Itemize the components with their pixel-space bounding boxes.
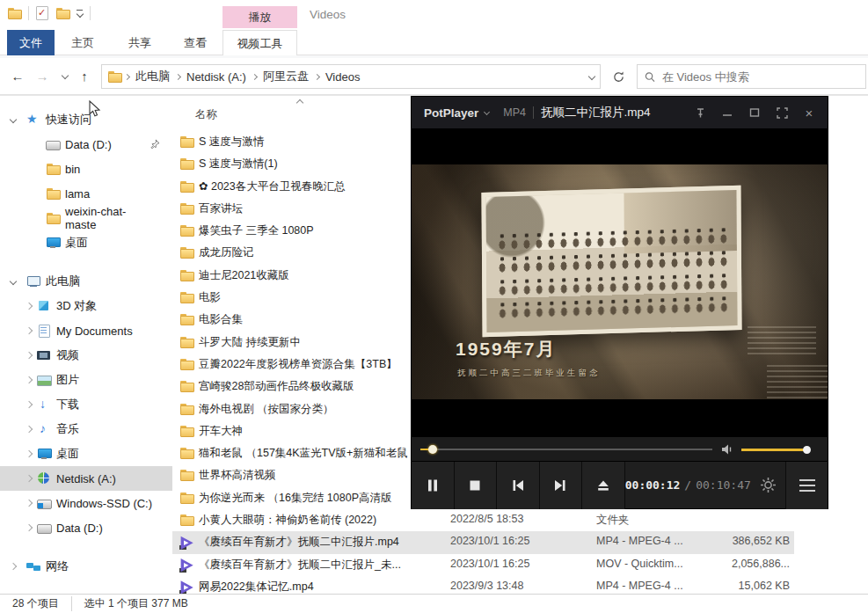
back-button[interactable]: ←	[7, 65, 28, 86]
collapse-chevron-icon[interactable]	[10, 563, 17, 570]
address-bar[interactable]: 此电脑 Netdisk (A:) 阿里云盘 Videos	[101, 64, 601, 89]
stop-button[interactable]	[455, 462, 498, 509]
tab-video-tools[interactable]: 视频工具	[222, 30, 297, 56]
file-size: 2,056,886...	[652, 558, 790, 570]
collapse-chevron-icon[interactable]	[26, 450, 33, 457]
recent-locations-chevron-icon[interactable]	[55, 65, 76, 86]
window-title: Videos	[310, 8, 346, 21]
forward-button[interactable]: →	[32, 65, 53, 86]
volume-slider[interactable]	[741, 449, 807, 451]
fullscreen-button[interactable]	[772, 104, 791, 121]
settings-gear-icon[interactable]	[751, 462, 786, 508]
column-header-name[interactable]: 名称	[195, 107, 217, 122]
file-name: 海外电视剧 （按国家分类）	[199, 402, 333, 417]
sidebar-item[interactable]: 下载	[0, 392, 172, 417]
breadcrumb-segment[interactable]: Netdisk (A:)	[182, 70, 251, 84]
sidebar-item[interactable]: Data (D:)	[0, 515, 172, 540]
sidebar-item-label: weixin-chat-maste	[65, 205, 145, 231]
sidebar-item[interactable]: 桌面	[0, 442, 172, 466]
maximize-button[interactable]	[745, 104, 764, 121]
sidebar-item[interactable]: weixin-chat-maste	[0, 206, 172, 230]
sidebar-item[interactable]: My Documents	[0, 318, 172, 343]
tab-file[interactable]: 文件	[7, 30, 55, 55]
potplayer-titlebar[interactable]: PotPlayer MP4 抚顺二中汇报片.mp4 ×	[412, 97, 828, 128]
close-button[interactable]: ×	[799, 104, 819, 121]
sidebar-item-label: Data (D:)	[56, 522, 103, 535]
potplayer-menu[interactable]: PotPlayer	[424, 106, 478, 120]
breadcrumb-segment[interactable]: Videos	[321, 70, 365, 84]
sidebar-item[interactable]: Data (D:)	[0, 132, 172, 157]
sidebar-item[interactable]: 3D 对象	[0, 294, 172, 318]
sidebar-section-this-pc[interactable]: 此电脑	[0, 269, 172, 294]
expand-chevron-icon[interactable]	[10, 116, 17, 123]
sidebar-item-label: Netdisk (A:)	[56, 472, 116, 485]
breadcrumb-segment[interactable]: 此电脑	[131, 69, 174, 84]
video-tools-play-tab[interactable]: 播放	[222, 6, 297, 28]
tab-share[interactable]: 共享	[117, 30, 163, 55]
breadcrumb-separator-icon	[175, 73, 181, 79]
always-on-top-pin-icon[interactable]	[690, 104, 710, 121]
new-folder-icon[interactable]	[55, 6, 69, 20]
search-box[interactable]	[637, 64, 866, 89]
sidebar-section-network[interactable]: 网络	[0, 554, 172, 579]
tab-home[interactable]: 主页	[60, 30, 106, 55]
volume-handle[interactable]	[803, 446, 811, 454]
collapse-chevron-icon[interactable]	[26, 426, 33, 433]
collapse-chevron-icon[interactable]	[26, 475, 33, 482]
eject-button[interactable]	[582, 462, 625, 509]
minimize-button[interactable]	[718, 104, 737, 121]
volume-icon[interactable]	[721, 443, 735, 458]
file-date-modified: 2022/8/5 18:53	[450, 513, 523, 525]
file-row[interactable]: 小黄人大眼萌：神偷奶爸前传 (2022) 2022/8/5 18:53 文件夹	[172, 509, 794, 531]
collapse-chevron-icon[interactable]	[26, 401, 33, 408]
sort-ascending-icon[interactable]	[296, 99, 303, 106]
collapse-chevron-icon[interactable]	[26, 303, 33, 310]
sidebar-item[interactable]: 音乐	[0, 417, 172, 442]
seek-handle[interactable]	[428, 445, 437, 454]
address-row: ← → ↑ 此电脑 Netdisk (A:) 阿里云盘 Videos	[0, 58, 868, 95]
sidebar-item[interactable]: lama	[0, 181, 172, 206]
sidebar-item[interactable]: bin	[0, 157, 172, 181]
breadcrumb-separator-icon	[124, 73, 130, 79]
next-button[interactable]	[540, 462, 583, 509]
collapse-chevron-icon[interactable]	[26, 327, 33, 334]
folder-icon	[179, 513, 193, 527]
collapse-chevron-icon[interactable]	[26, 376, 33, 383]
video-display-area[interactable]: 1959年7月 抚顺二中高三二班毕业生留念	[412, 128, 828, 436]
collapse-chevron-icon[interactable]	[26, 524, 33, 531]
properties-checkmark-icon[interactable]	[36, 6, 48, 20]
sidebar-item-label: bin	[65, 163, 80, 176]
collapse-chevron-icon[interactable]	[26, 500, 33, 507]
desktop-icon	[37, 447, 51, 461]
sidebar-item[interactable]: Netdisk (A:)	[0, 466, 172, 491]
faint-text-block	[748, 326, 816, 356]
sidebar-item-label: lama	[65, 187, 90, 201]
expand-chevron-icon[interactable]	[10, 278, 17, 285]
file-type: 文件夹	[596, 513, 630, 528]
pic-icon	[37, 373, 51, 387]
sidebar-item[interactable]: Windows-SSD (C:)	[0, 491, 172, 515]
network-icon	[26, 559, 40, 573]
up-button[interactable]: ↑	[74, 65, 95, 86]
address-dropdown-chevron-icon[interactable]	[588, 73, 595, 80]
playing-file-title: 抚顺二中汇报片.mp4	[541, 105, 651, 120]
sidebar-item[interactable]: 桌面	[0, 230, 172, 255]
folder-icon	[46, 211, 60, 225]
sidebar-item[interactable]: 图片	[0, 368, 172, 392]
pause-button[interactable]	[412, 462, 455, 509]
potplayer-window: PotPlayer MP4 抚顺二中汇报片.mp4 ×	[412, 97, 828, 508]
breadcrumb-segment[interactable]: 阿里云盘	[259, 69, 313, 84]
file-row[interactable]: 《赓续百年育新才》抚顺二中汇报片_未... 2023/10/1 16:25 MO…	[172, 554, 794, 576]
tab-view[interactable]: 查看	[172, 30, 218, 55]
previous-button[interactable]	[497, 462, 540, 509]
location-folder-icon	[107, 69, 121, 84]
refresh-button[interactable]	[607, 66, 630, 87]
file-row[interactable]: 《赓续百年育新才》抚顺二中汇报片.mp4 2023/10/1 16:25 MP4…	[172, 531, 794, 553]
seek-bar[interactable]	[420, 449, 712, 450]
sidebar-section-quick-access[interactable]: 快速访问	[0, 107, 172, 132]
customize-toolbar-caret-icon[interactable]	[77, 10, 83, 18]
playlist-menu-button[interactable]	[785, 462, 828, 509]
search-input[interactable]	[662, 70, 858, 84]
collapse-chevron-icon[interactable]	[26, 352, 33, 359]
sidebar-item[interactable]: 视频	[0, 343, 172, 368]
